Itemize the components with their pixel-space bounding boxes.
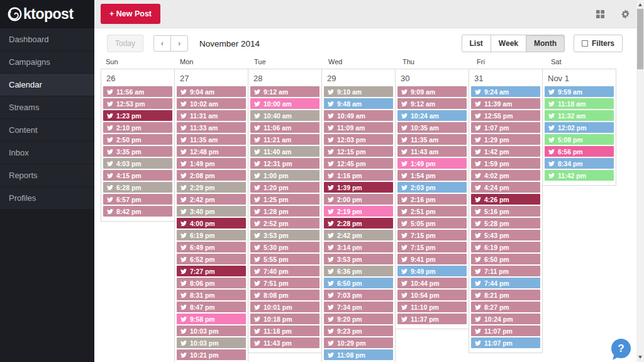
calendar-entry[interactable]: 2:19 pm — [324, 206, 393, 217]
view-button-list[interactable]: List — [462, 35, 491, 52]
calendar-entry[interactable]: 3:35 pm — [103, 146, 172, 157]
calendar-entry[interactable]: 5:16 pm — [471, 206, 540, 217]
calendar-entry[interactable]: 8:08 pm — [250, 290, 319, 300]
calendar-entry[interactable]: 8:34 pm — [545, 158, 614, 169]
calendar-entry[interactable]: 2:50 pm — [103, 134, 172, 145]
sidebar-item-dashboard[interactable]: Dashboard — [0, 28, 94, 51]
sidebar-item-inbox[interactable]: Inbox — [0, 142, 94, 164]
calendar-entry[interactable]: 2:42 pm — [177, 194, 246, 205]
scrollbar-thumb[interactable] — [637, 9, 643, 69]
calendar-entry[interactable]: 2:03 pm — [397, 182, 467, 193]
calendar-entry[interactable]: 9:12 am — [250, 86, 319, 97]
calendar-entry[interactable]: 5:30 pm — [250, 242, 319, 252]
calendar-entry[interactable]: 3:40 pm — [177, 206, 246, 217]
calendar-entry[interactable]: 10:02 am — [177, 98, 246, 109]
calendar-entry[interactable]: 2:08 pm — [177, 170, 246, 181]
calendar-entry[interactable]: 11:18 pm — [250, 325, 319, 336]
scroll-down-arrow-icon[interactable] — [638, 356, 642, 359]
calendar-entry[interactable]: 8:31 pm — [177, 290, 246, 300]
calendar-entry[interactable]: 7:15 pm — [397, 242, 467, 252]
calendar-entry[interactable]: 11:42 pm — [545, 170, 614, 181]
sidebar-item-profiles[interactable]: Profiles — [0, 187, 94, 210]
calendar-entry[interactable]: 9:04 am — [177, 86, 246, 97]
calendar-entry[interactable]: 5:05 pm — [397, 218, 467, 229]
calendar-entry[interactable]: 2:10 pm — [103, 122, 172, 133]
calendar-entry[interactable]: 11:37 pm — [397, 314, 467, 324]
calendar-entry[interactable]: 10:21 pm — [177, 349, 246, 360]
calendar-entry[interactable]: 9:10 am — [324, 86, 393, 97]
calendar-entry[interactable]: 1:54 pm — [397, 170, 467, 181]
calendar-entry[interactable]: 7:44 pm — [471, 278, 540, 288]
calendar-entry[interactable]: 7:27 pm — [177, 266, 246, 276]
calendar-entry[interactable]: 9:12 am — [397, 98, 467, 109]
calendar-entry[interactable]: 3:53 pm — [324, 254, 393, 264]
calendar-entry[interactable]: 1:39 pm — [324, 182, 393, 193]
calendar-entry[interactable]: 9:49 pm — [397, 266, 467, 276]
calendar-entry[interactable]: 7:51 pm — [250, 278, 319, 288]
calendar-entry[interactable]: 11:31 am — [177, 110, 246, 121]
view-button-week[interactable]: Week — [491, 35, 526, 52]
calendar-entry[interactable]: 11:08 pm — [324, 349, 393, 360]
calendar-entry[interactable]: 6:28 pm — [103, 182, 172, 193]
calendar-entry[interactable]: 9:59 am — [545, 86, 614, 97]
calendar-entry[interactable]: 8:06 pm — [177, 278, 246, 288]
calendar-entry[interactable]: 11:39 am — [471, 98, 540, 109]
calendar-entry[interactable]: 6:50 pm — [471, 254, 540, 264]
calendar-entry[interactable]: 10:24 pm — [471, 314, 540, 324]
calendar-entry[interactable]: 11:56 am — [103, 86, 172, 97]
calendar-entry[interactable]: 12:48 pm — [177, 146, 246, 157]
calendar-entry[interactable]: 1:23 pm — [103, 110, 172, 121]
oktopost-logo[interactable]: ktopost — [0, 0, 94, 28]
filters-checkbox[interactable] — [582, 40, 588, 47]
calendar-entry[interactable]: 10:00 am — [250, 98, 319, 109]
calendar-entry[interactable]: 10:03 pm — [177, 337, 246, 348]
calendar-entry[interactable]: 6:50 pm — [324, 278, 393, 288]
calendar-entry[interactable]: 8:21 pm — [471, 290, 540, 300]
calendar-entry[interactable]: 9:48 am — [324, 98, 393, 109]
calendar-entry[interactable]: 11:33 am — [177, 122, 246, 133]
calendar-entry[interactable]: 10:01 pm — [250, 302, 319, 312]
calendar-entry[interactable]: 9:41 pm — [397, 254, 467, 264]
sidebar-item-calendar[interactable]: Calendar — [0, 74, 94, 96]
calendar-entry[interactable]: 6:36 pm — [324, 266, 393, 276]
calendar-entry[interactable]: 1:49 pm — [397, 158, 467, 169]
today-button[interactable]: Today — [107, 35, 143, 52]
calendar-entry[interactable]: 11:43 pm — [250, 337, 319, 348]
calendar-entry[interactable]: 1:59 pm — [471, 158, 540, 169]
calendar-entry[interactable]: 9:20 pm — [324, 314, 393, 324]
calendar-entry[interactable]: 4:02 pm — [471, 170, 540, 181]
help-button[interactable]: ? — [611, 339, 631, 358]
gear-icon[interactable] — [621, 9, 630, 19]
calendar-entry[interactable]: 1:29 pm — [471, 134, 540, 145]
calendar-entry[interactable]: 2:29 pm — [177, 182, 246, 193]
calendar-entry[interactable]: 7:40 pm — [250, 266, 319, 276]
filters-button[interactable]: Filters — [574, 35, 623, 52]
calendar-entry[interactable]: 1:00 pm — [250, 170, 319, 181]
calendar-entry[interactable]: 6:49 pm — [177, 242, 246, 252]
next-month-button[interactable]: › — [170, 35, 188, 52]
calendar-entry[interactable]: 9:23 pm — [324, 325, 393, 336]
calendar-entry[interactable]: 10:18 pm — [250, 314, 319, 324]
calendar-entry[interactable]: 11:18 am — [545, 98, 614, 109]
calendar-entry[interactable]: 5:55 pm — [250, 254, 319, 264]
sidebar-item-content[interactable]: Content — [0, 119, 94, 142]
calendar-entry[interactable]: 11:07 pm — [471, 325, 540, 336]
calendar-entry[interactable]: 12:03 pm — [324, 134, 393, 145]
calendar-entry[interactable]: 7:34 pm — [324, 302, 393, 312]
calendar-entry[interactable]: 11:32 am — [545, 110, 614, 121]
calendar-entry[interactable]: 11:43 am — [397, 146, 467, 157]
calendar-entry[interactable]: 2:52 pm — [250, 218, 319, 229]
new-post-button[interactable]: + New Post — [101, 4, 160, 24]
calendar-entry[interactable]: 10:44 pm — [397, 278, 467, 288]
calendar-entry[interactable]: 11:35 am — [177, 134, 246, 145]
calendar-entry[interactable]: 6:56 pm — [545, 146, 614, 157]
calendar-entry[interactable]: 10:24 am — [397, 110, 467, 121]
calendar-entry[interactable]: 6:19 pm — [177, 230, 246, 240]
calendar-entry[interactable]: 10:29 pm — [324, 337, 393, 348]
calendar-entry[interactable]: 6:57 pm — [103, 194, 172, 205]
calendar-entry[interactable]: 2:16 pm — [397, 194, 467, 205]
scroll-up-arrow-icon[interactable] — [638, 3, 642, 6]
calendar-entry[interactable]: 11:40 am — [250, 146, 319, 157]
calendar-entry[interactable]: 1:42 pm — [471, 146, 540, 157]
calendar-entry[interactable]: 1:07 pm — [471, 122, 540, 133]
